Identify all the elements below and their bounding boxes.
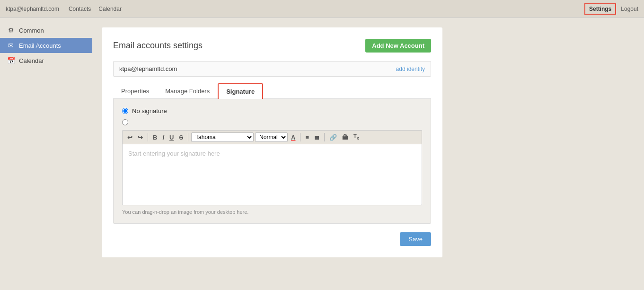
link-button[interactable]: 🔗 [327,133,339,142]
main-content: Email accounts settings Add New Account … [92,18,644,290]
separator-2 [188,133,188,141]
clear-format-button[interactable]: Tx [352,132,361,141]
nav-logout[interactable]: Logout [621,6,638,12]
gear-icon: ⚙ [7,26,15,34]
tabs: Properties Manage Folders Signature [113,83,431,99]
card-header: Email accounts settings Add New Account [113,39,431,53]
sidebar-item-email-accounts[interactable]: ✉ Email Accounts [0,38,92,53]
sidebar-item-label-common: Common [19,27,44,34]
italic-button[interactable]: I [160,133,166,142]
nav-email: ktpa@lephamltd.com [6,6,59,12]
page-title: Email accounts settings [113,41,203,51]
tab-properties[interactable]: Properties [113,83,157,98]
email-icon: ✉ [7,42,15,49]
separator-3 [300,133,300,141]
custom-signature-radio[interactable] [122,119,128,125]
tab-signature[interactable]: Signature [218,83,263,99]
account-email: ktpa@lephamltd.com [119,65,177,72]
sidebar-item-calendar[interactable]: 📅 Calendar [0,53,92,68]
calendar-icon: 📅 [7,57,15,64]
nav-calendar[interactable]: Calendar [98,6,122,12]
font-size-select[interactable]: Normal Small Large Huge [255,132,288,142]
sidebar: ⚙ Common ✉ Email Accounts 📅 Calendar [0,18,92,290]
radio-group: No signature [122,107,422,125]
signature-panel: No signature ↩ ↪ B I U S [113,99,431,224]
redo-button[interactable]: ↪ [136,133,145,142]
tab-manage-folders[interactable]: Manage Folders [157,83,218,98]
sidebar-item-label-email: Email Accounts [19,42,61,49]
content-card: Email accounts settings Add New Account … [102,27,442,257]
editor-placeholder: Start entering your signature here [128,150,220,157]
top-nav: ktpa@lephamltd.com Contacts Calendar Set… [0,0,644,18]
custom-signature-option[interactable] [122,119,422,125]
no-signature-option[interactable]: No signature [122,107,422,114]
no-signature-label: No signature [132,107,167,114]
nav-contacts[interactable]: Contacts [69,6,91,12]
bold-button[interactable]: B [151,133,159,142]
undo-button[interactable]: ↩ [125,133,134,142]
drag-drop-hint: You can drag-n-drop an image from your d… [122,209,422,215]
separator-4 [324,133,325,141]
editor-area[interactable]: Start entering your signature here [122,144,422,205]
nav-right: Settings Logout [584,3,638,15]
image-button[interactable]: 🏔 [340,133,350,142]
editor-toolbar: ↩ ↪ B I U S Tahoma Arial Times New Roman… [122,130,422,144]
nav-settings[interactable]: Settings [584,3,616,15]
sidebar-item-common[interactable]: ⚙ Common [0,23,92,38]
sidebar-item-label-calendar: Calendar [19,57,44,64]
save-row: Save [113,232,431,246]
font-family-select[interactable]: Tahoma Arial Times New Roman [191,132,254,142]
layout: ⚙ Common ✉ Email Accounts 📅 Calendar Ema… [0,18,644,290]
unordered-list-button[interactable]: ≣ [312,133,321,142]
add-identity-link[interactable]: add identity [396,66,425,72]
add-new-account-button[interactable]: Add New Account [365,39,431,53]
save-button[interactable]: Save [400,232,431,246]
ordered-list-button[interactable]: ≡ [303,133,311,142]
font-color-button[interactable]: A [289,133,297,142]
strikethrough-button[interactable]: S [177,133,185,142]
no-signature-radio[interactable] [122,108,128,114]
underline-button[interactable]: U [168,133,176,142]
separator-1 [148,133,148,141]
account-row: ktpa@lephamltd.com add identity [113,61,431,77]
